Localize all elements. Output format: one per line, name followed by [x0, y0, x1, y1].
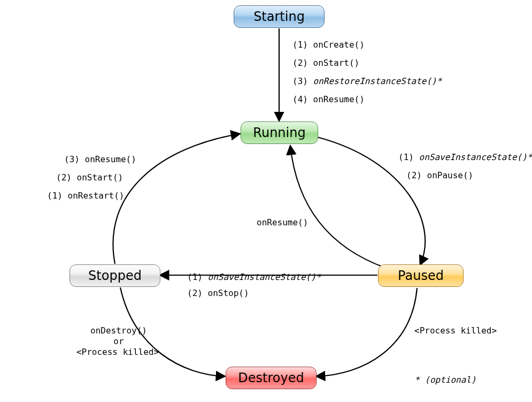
edge-stopped-running	[113, 134, 240, 264]
label-stop-dest-3: <Process killed>	[59, 347, 176, 357]
label-pause-stop-2: (2) onStop()	[187, 288, 249, 298]
edge-paused-running	[290, 146, 385, 268]
label-start-2: (2) onStart()	[292, 58, 359, 68]
label-stop-dest-2: or	[73, 336, 164, 346]
edge-paused-destroyed	[317, 288, 417, 376]
label-stop-dest-1: onDestroy()	[73, 325, 164, 336]
label-pause-stop-1: (1) onSaveInstanceState()*	[187, 272, 321, 282]
label-start-4: (4) onResume()	[292, 94, 365, 104]
label-pause-dest: <Process killed>	[414, 325, 497, 336]
state-paused: Paused	[378, 264, 464, 287]
label-stop-run-3: (3) onResume()	[64, 154, 136, 164]
label-start-1: (1) onCreate()	[292, 40, 365, 50]
label-stop-run-2: (2) onStart()	[56, 172, 123, 183]
label-run-pause-2: (2) onPause()	[406, 170, 473, 180]
footnote-optional: * (optional)	[414, 375, 476, 385]
label-pause-run: onResume()	[257, 217, 308, 227]
label-run-pause-1: (1) onSaveInstanceState()*	[398, 152, 532, 162]
state-stopped: Stopped	[70, 264, 160, 287]
state-destroyed: Destroyed	[226, 367, 317, 389]
label-stop-run-1: (1) onRestart()	[47, 191, 125, 201]
state-running: Running	[241, 122, 318, 144]
label-start-3: (3) onRestoreInstanceState()*	[292, 76, 442, 86]
state-starting: Starting	[234, 5, 325, 28]
